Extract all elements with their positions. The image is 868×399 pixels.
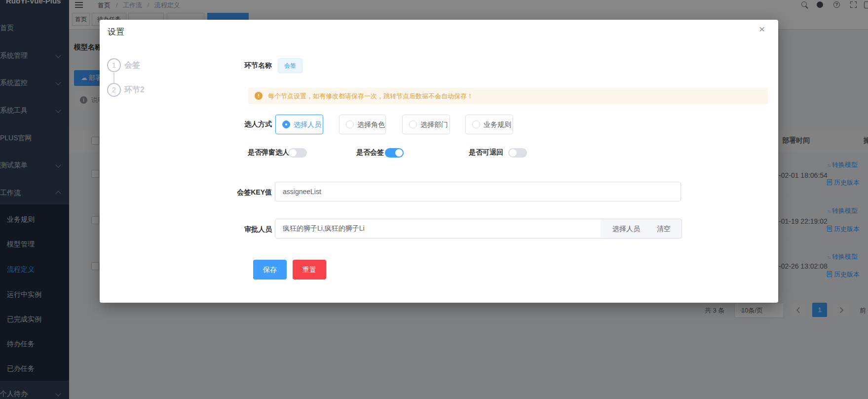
countersign-key-label: 会签KEY值	[208, 188, 272, 197]
approver-input-append: 选择人员 清空	[601, 219, 682, 239]
step-2-label[interactable]: 环节2	[124, 85, 145, 95]
step-connector	[113, 73, 114, 83]
clear-button[interactable]: 清空	[657, 219, 671, 238]
warning-alert: ! 每个节点设置，如有修改都请保存一次，跳转节点后数据不会自动保存！	[248, 88, 768, 104]
returnable-label: 是否可退回	[469, 148, 503, 157]
node-name-tag: 会签	[278, 58, 302, 73]
countersign-label: 是否会签	[356, 148, 384, 157]
radio-icon	[346, 120, 354, 128]
save-button[interactable]: 保存	[253, 260, 287, 279]
radio-pick-user[interactable]: 选择人员	[275, 115, 323, 134]
countersign-toggle[interactable]	[385, 148, 404, 158]
popup-select-toggle[interactable]	[288, 148, 307, 158]
step-1-circle[interactable]: 1	[107, 58, 121, 72]
approver-label: 审批人员	[208, 225, 272, 234]
pick-mode-label: 选人方式	[208, 120, 272, 129]
approver-input[interactable]	[275, 219, 601, 239]
returnable-toggle[interactable]	[508, 148, 527, 158]
step-2-circle[interactable]: 2	[107, 83, 121, 97]
radio-icon	[472, 120, 480, 128]
warning-alert-text: 每个节点设置，如有修改都请保存一次，跳转节点后数据不会自动保存！	[268, 88, 473, 104]
close-icon[interactable]: ×	[759, 24, 765, 34]
settings-dialog: 设置 × 1 会签 2 环节2 环节名称 会签 ! 每个节点设置，如有修改都请保…	[100, 20, 778, 303]
screen: RuoYi-Vue-Plus 首页 系统管理 系统监控 系统工具 PLUS官网 …	[0, 0, 868, 399]
step-1-label[interactable]: 会签	[124, 60, 140, 71]
radio-icon	[409, 120, 417, 128]
countersign-key-input[interactable]	[275, 182, 681, 201]
radio-pick-dept[interactable]: 选择部门	[402, 115, 450, 134]
dialog-title: 设置	[108, 26, 124, 38]
radio-icon	[282, 120, 290, 128]
node-name-label: 环节名称	[208, 61, 272, 70]
pick-user-button[interactable]: 选择人员	[612, 219, 640, 238]
radio-business-rule[interactable]: 业务规则	[465, 115, 513, 134]
warning-icon: !	[255, 92, 263, 100]
radio-pick-role[interactable]: 选择角色	[339, 115, 386, 134]
reset-button[interactable]: 重置	[293, 260, 326, 279]
popup-select-label: 是否弹窗选人	[248, 148, 289, 157]
